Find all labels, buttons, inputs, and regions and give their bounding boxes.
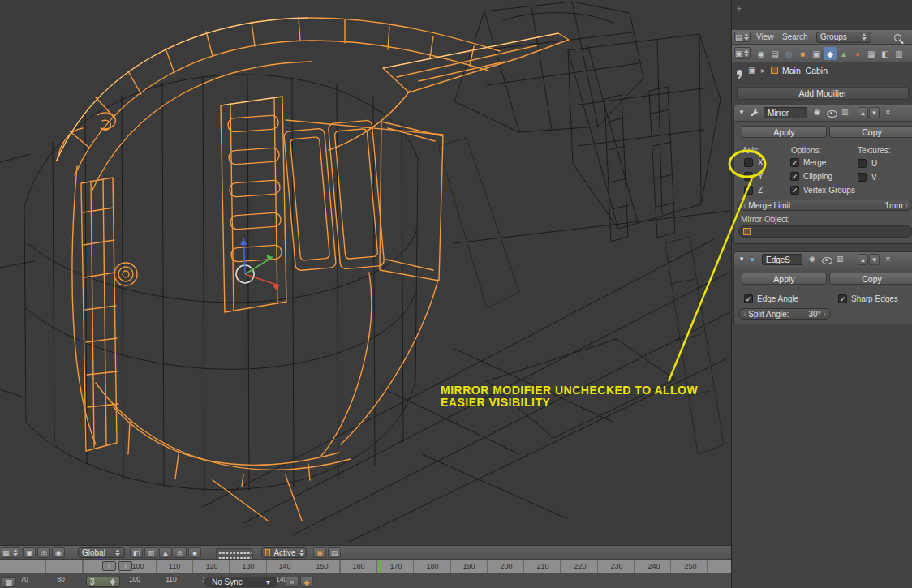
shading-icon-button[interactable]: ◎ [37,547,50,558]
modifier-name-value: Mirror [768,109,789,118]
slider-arrow-right-icon[interactable]: › [906,201,908,210]
sync-value: No Sync [212,577,243,586]
render-toggle-icon[interactable]: ◉ [809,255,815,263]
properties-editor-type-button[interactable]: ▣ [734,47,751,59]
snap-icon: ◧ [133,549,140,557]
tab-physics[interactable]: ▥ [893,47,906,60]
slider-arrow-left-icon[interactable]: ‹ [743,201,746,210]
chevron-updown-icon [115,549,121,556]
mirror-y-checkbox[interactable] [744,172,753,181]
mirror-copy-button[interactable]: Copy [829,126,912,138]
ruler-jump-back-button[interactable]: ‹ [102,561,116,571]
tab-texture[interactable]: ▦ [865,47,878,60]
move-modifier-down-button[interactable]: ▾ [869,107,880,118]
mirror-object-field[interactable] [738,225,912,238]
3d-view-editor-icon: ▦ [2,549,10,557]
3d-viewport[interactable] [0,0,731,545]
move-modifier-down-button[interactable]: ▾ [869,254,880,265]
transform-orientation-dropdown[interactable]: Global [78,547,125,558]
tab-constraints[interactable]: ▣ [810,47,823,60]
texture-u-checkbox[interactable] [858,159,867,168]
properties-context-icon: ▣ [748,66,755,75]
texture-v-checkbox[interactable] [858,173,867,182]
edgesplit-modifier-icon: ● [750,255,755,264]
search-icon[interactable] [894,34,901,41]
close-modifier-icon[interactable]: × [885,107,890,117]
timeline-editor-type-button[interactable]: ▦ [2,577,16,587]
merge-limit-slider[interactable]: ‹ Merge Limit: 1mm › [738,200,912,211]
active-dropdown[interactable]: Active [261,547,307,558]
pivot-icon-button[interactable]: ◉ [52,547,65,558]
tab-object-data[interactable]: ▲ [837,47,850,60]
editor-type-button[interactable]: ▦ [2,547,19,558]
timeline-editor[interactable]: 70 80 90 100 110 120 130 140 ▦ 3 No Sync… [0,573,731,588]
tab-material[interactable]: ● [851,47,864,60]
ruler-number: 150 [313,562,331,570]
tab-world[interactable]: ◎ [782,47,795,60]
move-modifier-up-button[interactable]: ▴ [858,254,868,265]
mirror-apply-button[interactable]: Apply [742,126,827,138]
layers-widget[interactable] [216,548,253,560]
pin-icon[interactable] [737,70,742,75]
split-angle-slider[interactable]: ‹ Split Angle: 30° › [738,308,831,320]
tab-object[interactable]: ■ [796,47,809,60]
keying-set-button[interactable]: ◆ [300,577,313,587]
edgesplit-apply-button[interactable]: Apply [742,273,827,285]
edgesplit-copy-button[interactable]: Copy [829,273,912,285]
ruler-number: 190 [460,562,478,570]
visibility-eye-icon[interactable] [822,257,832,264]
vertex-groups-checkbox[interactable]: ✓ [790,186,799,195]
current-frame-marker[interactable] [378,560,381,573]
proportional-icon-button[interactable]: ▥ [144,547,157,558]
mirror-x-checkbox[interactable] [744,158,753,167]
timeline-ruler[interactable]: ‹ › 100 110 120 130 140 150 160 170 180 … [0,559,731,573]
tab-scene[interactable]: ▤ [768,47,781,60]
snap-icon-button[interactable]: ◧ [130,547,143,558]
outliner-content[interactable]: + [732,0,912,30]
tab-particles[interactable]: ◧ [879,47,892,60]
chevron-down-icon: ▾ [872,255,876,264]
render-toggle-icon[interactable]: ◉ [814,108,820,116]
add-modifier-label: Add Modifier [799,88,847,98]
manipulator-scale-button[interactable]: ■ [188,547,201,558]
timeline-close-button[interactable]: × [286,577,299,587]
close-modifier-icon[interactable]: × [885,254,890,264]
outliner-menu-view[interactable]: View [756,32,774,41]
slider-arrow-right-icon[interactable]: › [824,310,826,319]
render-preview-button[interactable]: ▣ [313,547,326,558]
collapse-triangle-icon[interactable]: ▼ [738,109,745,116]
merge-limit-label: Merge Limit: [748,201,793,210]
clipping-checkbox[interactable]: ✓ [790,172,799,181]
manipulator-rotate-button[interactable]: ◎ [174,547,187,558]
mirror-z-checkbox[interactable] [744,186,753,195]
edge-angle-checkbox[interactable]: ✓ [744,294,753,303]
tab-render[interactable]: ◉ [755,47,768,60]
breadcrumb-object-name[interactable]: Main_Cabin [782,66,828,75]
outliner-menu-search[interactable]: Search [782,32,808,41]
visibility-eye-icon[interactable] [827,110,837,118]
mode-icon-button[interactable]: ▣ [23,547,36,558]
sharp-edges-checkbox[interactable]: ✓ [838,294,847,303]
tab-modifiers[interactable]: ◆ [824,47,837,60]
collapse-triangle-icon[interactable]: ▼ [738,255,745,263]
blender-window: { "colors": { "wireframe_orange": "#f49a… [0,0,912,588]
modifier-name-field[interactable]: Mirror [764,107,807,118]
outliner-editor-type-button[interactable]: ▤ [734,32,751,42]
mirror-z-label: Z [758,186,763,195]
slider-arrow-left-icon[interactable]: ‹ [743,310,746,319]
ruler-number: 120 [203,562,221,570]
current-frame-field[interactable]: 3 [86,577,120,587]
editmode-toggle-icon[interactable]: ▥ [837,255,844,263]
breadcrumb-arrow-icon: ▸ [761,66,765,75]
editmode-toggle-icon[interactable]: ▥ [841,108,849,116]
proportional-edit-icon: ▥ [148,549,155,557]
outliner-display-mode-dropdown[interactable]: Groups [816,32,871,43]
move-modifier-up-button[interactable]: ▴ [858,107,868,118]
render-anim-button[interactable]: ▤ [328,547,341,558]
modifier-name-field[interactable]: EdgeS [762,254,802,265]
merge-checkbox[interactable]: ✓ [790,158,799,167]
sync-dropdown[interactable]: No Sync ▾ [204,577,277,587]
ruler-number: 100 [129,562,147,570]
add-modifier-button[interactable]: Add Modifier [737,87,909,100]
manipulator-translate-button[interactable]: ▲ [159,547,172,558]
